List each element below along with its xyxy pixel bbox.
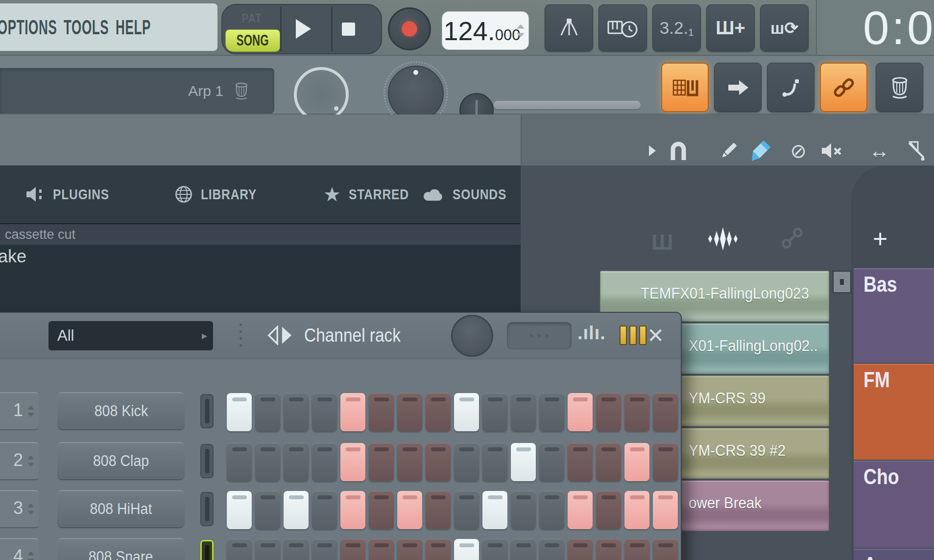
step-button[interactable]: [653, 443, 678, 481]
browser-list-item[interactable]: cassette cut: [0, 224, 521, 245]
tab-plugins[interactable]: PLUGINS: [25, 165, 121, 223]
zoom-width-tool[interactable]: ↔: [867, 138, 891, 163]
step-button[interactable]: [454, 393, 479, 431]
picker-audio-icon[interactable]: [707, 226, 739, 252]
detached-view-button[interactable]: [714, 63, 762, 112]
channel-pan-knob[interactable]: [294, 67, 349, 122]
step-button[interactable]: [340, 443, 365, 481]
channel-number-cell[interactable]: 2: [0, 442, 39, 480]
pattern-position-display[interactable]: 3.2.1: [652, 4, 701, 51]
step-button[interactable]: [227, 443, 252, 481]
step-button[interactable]: [539, 539, 564, 560]
step-button[interactable]: [284, 539, 309, 560]
channel-number-cell[interactable]: 4: [0, 538, 39, 560]
channel-filter-dropdown[interactable]: All ▸: [48, 321, 213, 350]
mute-tool[interactable]: [821, 138, 844, 163]
tab-starred[interactable]: ★ST​ARRED: [323, 165, 422, 223]
step-button[interactable]: [539, 393, 564, 431]
slip-tool[interactable]: ⊘: [787, 138, 810, 163]
channel-number-spinner[interactable]: [27, 406, 34, 417]
step-button[interactable]: [596, 443, 621, 481]
channel-select-indicator[interactable]: [200, 492, 214, 526]
step-button[interactable]: [227, 393, 252, 431]
loop-record-button[interactable]: ш⟳: [760, 4, 809, 51]
step-button[interactable]: [369, 539, 394, 560]
step-button[interactable]: [653, 393, 678, 431]
step-button[interactable]: [624, 539, 649, 560]
draw-tool[interactable]: [717, 138, 741, 163]
step-button[interactable]: [397, 491, 422, 529]
step-button[interactable]: [653, 491, 678, 529]
slice-tool[interactable]: [905, 138, 929, 163]
step-button[interactable]: [482, 443, 507, 481]
tempo-spinner[interactable]: [517, 24, 525, 37]
step-button[interactable]: [284, 393, 309, 431]
channel-number-cell[interactable]: 1: [0, 392, 39, 430]
step-button[interactable]: [340, 393, 365, 431]
step-button[interactable]: [596, 491, 621, 529]
step-button[interactable]: [426, 491, 451, 529]
step-button[interactable]: [255, 443, 280, 481]
menu-item-tools[interactable]: TOOLS: [64, 16, 109, 39]
blend-recorded-notes-button[interactable]: Ш+: [706, 4, 755, 51]
step-button[interactable]: [369, 393, 394, 431]
tab-sounds[interactable]: SOUNDS: [422, 165, 518, 223]
kill-channel-button[interactable]: [876, 63, 923, 112]
step-button[interactable]: [255, 539, 280, 560]
step-button[interactable]: [397, 539, 422, 560]
close-icon[interactable]: ✕: [647, 324, 664, 348]
step-button[interactable]: [454, 539, 479, 560]
step-button[interactable]: [312, 539, 337, 560]
channel-select-indicator[interactable]: [200, 394, 214, 428]
play-button[interactable]: [296, 19, 311, 39]
track-header-cho[interactable]: Cho: [854, 461, 934, 548]
track-header-fm[interactable]: FM: [854, 364, 934, 460]
step-button[interactable]: [568, 443, 593, 481]
step-button[interactable]: [227, 539, 252, 560]
menu-item-options[interactable]: OPTIONS: [0, 16, 57, 39]
step-button[interactable]: [284, 491, 309, 529]
add-track-button[interactable]: +: [873, 224, 887, 254]
channel-number-spinner[interactable]: [27, 456, 34, 467]
pattern-mode-toggle[interactable]: PAT: [231, 11, 272, 26]
step-button[interactable]: [397, 443, 422, 481]
step-button[interactable]: [511, 539, 536, 560]
step-button[interactable]: [426, 539, 451, 560]
channel-name-button[interactable]: 808 HiHat: [57, 490, 185, 528]
step-button[interactable]: [369, 443, 394, 481]
paint-tool[interactable]: [749, 138, 772, 163]
channel-number-spinner[interactable]: [27, 552, 34, 560]
step-button[interactable]: [596, 539, 621, 560]
step-button[interactable]: [511, 491, 536, 529]
menu-item-help[interactable]: HELP: [116, 16, 151, 39]
step-button[interactable]: [312, 443, 337, 481]
play-marker-tool[interactable]: [641, 138, 664, 163]
typing-keyboard-to-piano-button[interactable]: [599, 4, 647, 51]
step-button[interactable]: [511, 443, 536, 481]
track-header-arp[interactable]: Arp: [854, 549, 934, 560]
link-to-controller-button[interactable]: [820, 63, 867, 112]
browser-list-item[interactable]: ake: [0, 246, 26, 267]
channel-number-cell[interactable]: 3: [0, 490, 39, 528]
step-button[interactable]: [596, 393, 621, 431]
step-button[interactable]: [511, 393, 536, 431]
step-sequencer-view-button[interactable]: [661, 63, 709, 112]
step-button[interactable]: [255, 393, 280, 431]
step-button[interactable]: [568, 393, 593, 431]
stop-button[interactable]: [342, 23, 355, 36]
step-button[interactable]: [397, 393, 422, 431]
rack-volume-knob[interactable]: [451, 315, 493, 357]
drag-handle-icon[interactable]: [239, 324, 242, 347]
step-button[interactable]: [568, 539, 593, 560]
tab-library[interactable]: LIBRARY: [174, 165, 269, 223]
step-button[interactable]: [284, 443, 309, 481]
step-button[interactable]: [624, 491, 649, 529]
step-button[interactable]: [312, 491, 337, 529]
channel-select-indicator[interactable]: [200, 444, 214, 478]
tempo-display[interactable]: 124. 000: [442, 11, 529, 50]
portamento-button[interactable]: [767, 63, 814, 112]
step-button[interactable]: [482, 491, 507, 529]
channel-rack-titlebar[interactable]: All ▸ Channel rack .ılı. ✕: [0, 313, 681, 359]
step-button[interactable]: [426, 393, 451, 431]
magnet-tool[interactable]: [667, 138, 690, 163]
